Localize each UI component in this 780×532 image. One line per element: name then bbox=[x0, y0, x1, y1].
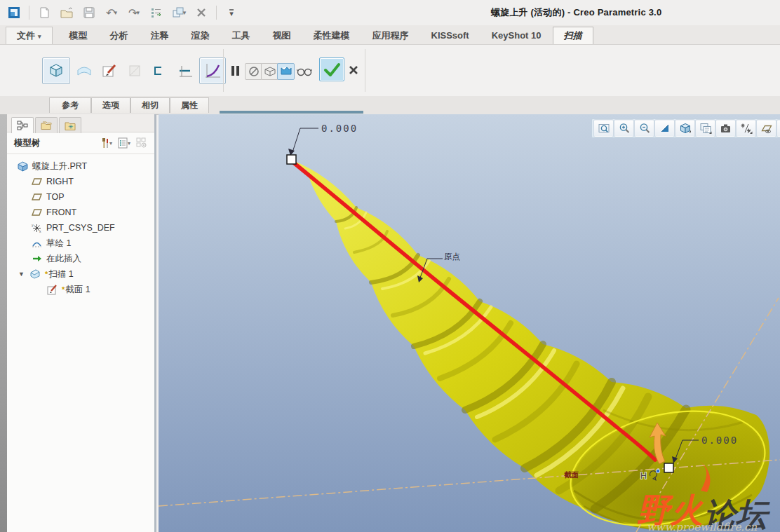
tree-item-right-plane[interactable]: RIGHT bbox=[7, 174, 154, 189]
tab-view[interactable]: 视图 bbox=[262, 27, 302, 44]
tab-file[interactable]: 文件▾ bbox=[6, 27, 53, 44]
svg-text:y: y bbox=[32, 223, 34, 227]
spin-center-icon[interactable] bbox=[777, 120, 780, 137]
tab-render[interactable]: 渲染 bbox=[180, 27, 221, 44]
model-tree-title: 模型树 bbox=[14, 137, 41, 149]
model-tree: 螺旋上升.PRT RIGHT TOP FRONT yx PRT_CSYS_DEF… bbox=[7, 154, 154, 297]
zoom-out-icon[interactable] bbox=[635, 120, 654, 137]
end-point-handle[interactable] bbox=[664, 463, 673, 472]
ribbon-dashboard bbox=[0, 45, 780, 96]
tab-kisssoft[interactable]: KISSsoft bbox=[420, 27, 480, 44]
cancel-icon[interactable] bbox=[345, 62, 362, 79]
windows-dropdown-icon: ▾ bbox=[183, 9, 187, 16]
tree-item-part[interactable]: 螺旋上升.PRT bbox=[7, 158, 154, 174]
origin-label: 原点 bbox=[444, 252, 460, 261]
panel-tab-references[interactable]: 参考 bbox=[49, 97, 91, 113]
tab-model[interactable]: 模型 bbox=[58, 27, 99, 44]
modified-star: * bbox=[45, 270, 48, 278]
panel-tab-tangency[interactable]: 相切 bbox=[130, 97, 170, 113]
windows-icon[interactable]: ▾ bbox=[169, 3, 189, 22]
title-bar: ↶▾ ↷▾ ▾ ▾ 螺旋上升 (活动的) - Creo Parametric 3… bbox=[0, 0, 780, 25]
sketch-curve-icon bbox=[31, 238, 42, 249]
repaint-icon[interactable] bbox=[655, 120, 674, 137]
tab-annotate[interactable]: 注释 bbox=[140, 27, 180, 44]
tree-item-insert-here[interactable]: 在此插入 bbox=[7, 251, 154, 266]
remove-material-icon[interactable] bbox=[123, 60, 146, 81]
view-manager-icon[interactable] bbox=[716, 120, 735, 137]
dimension-value[interactable]: 0.000 bbox=[701, 435, 738, 446]
tab-applications[interactable]: 应用程序 bbox=[361, 27, 420, 44]
redo-dropdown-icon: ▾ bbox=[136, 9, 140, 16]
tools-icon[interactable]: ▾ bbox=[95, 136, 115, 150]
wireframe-preview-icon[interactable] bbox=[261, 63, 278, 80]
datum-display-icon[interactable] bbox=[737, 120, 755, 137]
show-hide-icon bbox=[133, 136, 150, 150]
undo-dropdown-icon: ▾ bbox=[114, 9, 117, 16]
tab-flexible-modeling[interactable]: 柔性建模 bbox=[302, 27, 361, 44]
csys-icon: yx bbox=[31, 222, 42, 233]
thicken-icon[interactable] bbox=[147, 60, 168, 81]
close-window-icon[interactable] bbox=[191, 3, 211, 22]
h-label: H bbox=[640, 471, 647, 481]
annotation-display-icon[interactable] bbox=[757, 120, 776, 137]
tab-tools[interactable]: 工具 bbox=[221, 27, 262, 44]
snap-point bbox=[656, 469, 660, 473]
open-file-icon[interactable] bbox=[57, 3, 76, 22]
tab-keyshot[interactable]: KeyShot 10 bbox=[480, 27, 553, 44]
undo-icon[interactable]: ↶▾ bbox=[102, 3, 121, 22]
tree-item-top-plane[interactable]: TOP bbox=[7, 189, 154, 205]
collapse-triangle-icon[interactable]: ▼ bbox=[18, 271, 29, 278]
display-style-icon[interactable] bbox=[675, 120, 694, 137]
tab-analysis[interactable]: 分析 bbox=[99, 27, 140, 44]
surface-icon[interactable] bbox=[73, 60, 95, 81]
new-file-icon[interactable] bbox=[34, 3, 54, 22]
save-icon[interactable] bbox=[79, 3, 99, 22]
solid-icon[interactable] bbox=[42, 57, 70, 84]
graphics-area[interactable]: 0.000 原点 0.000 截面 H bbox=[159, 114, 780, 532]
window-title: 螺旋上升 (活动的) - Creo Parametric 3.0 bbox=[491, 6, 661, 19]
glasses-preview-icon[interactable] bbox=[295, 63, 314, 80]
datum-plane-icon bbox=[31, 207, 42, 218]
in-graphics-toolbar bbox=[591, 118, 780, 138]
application-window: ↶▾ ↷▾ ▾ ▾ 螺旋上升 (活动的) - Creo Parametric 3… bbox=[0, 0, 780, 532]
tree-item-sweep1[interactable]: ▼ * 扫描 1 bbox=[7, 266, 154, 282]
constant-section-icon[interactable] bbox=[174, 59, 198, 83]
no-preview-icon[interactable] bbox=[245, 63, 262, 80]
folder-browser-tab-icon[interactable] bbox=[35, 117, 58, 133]
ok-icon[interactable] bbox=[319, 57, 344, 81]
app-icon[interactable] bbox=[4, 3, 24, 22]
shaded-preview-icon[interactable] bbox=[277, 63, 295, 80]
redo-icon[interactable]: ↷▾ bbox=[124, 3, 144, 22]
tree-item-csys[interactable]: yx PRT_CSYS_DEF bbox=[7, 220, 154, 236]
pause-icon[interactable] bbox=[227, 62, 244, 80]
tree-item-sketch1[interactable]: 草绘 1 bbox=[7, 236, 154, 251]
tab-sweep-active[interactable]: 扫描 bbox=[553, 27, 593, 44]
section-icon bbox=[46, 284, 58, 295]
menu-bar: 文件▾ 模型 分析 注释 渲染 工具 视图 柔性建模 应用程序 KISSsoft… bbox=[0, 25, 780, 45]
zoom-in-icon[interactable] bbox=[614, 120, 633, 137]
tree-item-section1[interactable]: * 截面 1 bbox=[7, 282, 154, 297]
variable-section-icon[interactable] bbox=[199, 57, 226, 84]
sketch-icon[interactable] bbox=[98, 60, 121, 81]
dashboard-panel-tabs: 参考 选项 相切 属性 bbox=[0, 96, 780, 115]
favorites-tab-icon[interactable]: ✳ bbox=[59, 117, 81, 133]
dimension-value[interactable]: 0.000 bbox=[321, 123, 358, 134]
refit-icon[interactable] bbox=[594, 120, 613, 137]
model-tree-tab-icon[interactable] bbox=[11, 117, 34, 133]
datum-plane-icon bbox=[31, 191, 42, 203]
panel-tab-options[interactable]: 选项 bbox=[91, 97, 130, 113]
tree-item-front-plane[interactable]: FRONT bbox=[7, 205, 154, 220]
3d-scene: 0.000 原点 0.000 截面 H bbox=[159, 114, 780, 532]
settings-list-icon[interactable]: ▾ bbox=[115, 136, 133, 150]
navigator-panel: ✳ 模型树 ▾ ▾ 螺旋上升.PRT RIGHT TOP F bbox=[7, 114, 156, 532]
panel-tab-properties[interactable]: 属性 bbox=[170, 97, 209, 113]
chevron-down-icon: ▾ bbox=[38, 33, 41, 40]
regenerate-icon[interactable] bbox=[147, 3, 166, 22]
sweep-icon bbox=[29, 268, 41, 280]
part-icon bbox=[17, 161, 28, 172]
section-label: 截面 bbox=[564, 470, 579, 479]
saved-views-icon[interactable] bbox=[696, 120, 715, 137]
quick-access-toolbar: ↶▾ ↷▾ ▾ ▾ bbox=[4, 3, 241, 22]
start-point-handle[interactable] bbox=[287, 155, 296, 164]
toolbar-more-icon[interactable]: ▾ bbox=[222, 3, 241, 22]
